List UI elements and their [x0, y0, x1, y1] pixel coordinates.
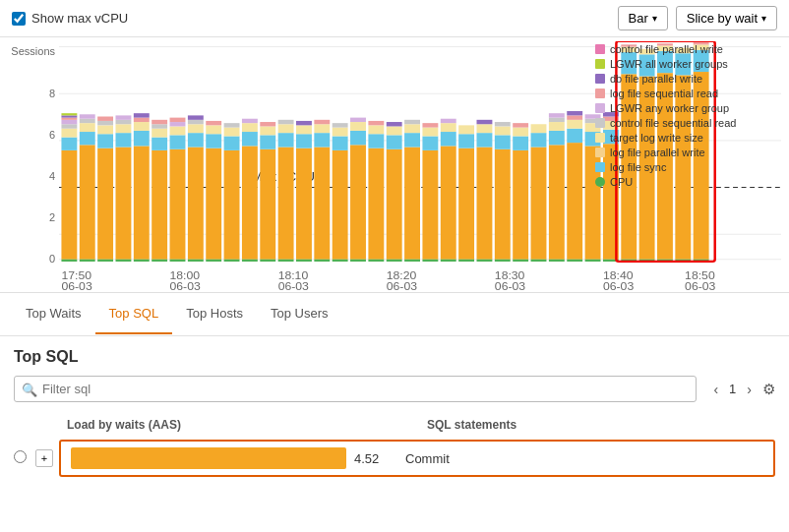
legend-item: log file sequential read	[595, 88, 777, 99]
table-header: Load by waits (AAS) SQL statements	[14, 414, 775, 436]
svg-rect-59	[206, 134, 221, 148]
chevron-down-icon: ▾	[761, 13, 766, 24]
bar-value: 4.52	[354, 451, 379, 466]
svg-rect-60	[206, 125, 221, 134]
table-row: + 4.52 Commit	[14, 440, 775, 477]
svg-rect-156	[549, 260, 565, 262]
tab-top-sql[interactable]: Top SQL	[95, 294, 173, 334]
svg-rect-142	[513, 150, 528, 260]
svg-rect-112	[387, 260, 402, 262]
legend-item: control file sequential read	[595, 117, 777, 129]
svg-rect-120	[422, 128, 438, 137]
legend-color	[595, 44, 605, 54]
chart-controls: Bar ▾ Slice by wait ▾	[618, 6, 777, 30]
svg-rect-95	[333, 128, 348, 137]
svg-rect-65	[224, 128, 240, 137]
legend-item: target log write size	[595, 132, 777, 144]
legend-label: control file parallel write	[610, 43, 723, 55]
chart-area: Sessions 8 6 4 2 0 Max vCPU: 2	[0, 37, 789, 293]
svg-rect-139	[495, 126, 511, 135]
chart-type-select[interactable]: Bar ▾	[618, 6, 668, 30]
svg-rect-110	[387, 126, 402, 135]
svg-rect-130	[458, 125, 474, 134]
svg-rect-133	[476, 133, 492, 147]
tab-top-users[interactable]: Top Users	[257, 294, 342, 334]
top-sql-section: Top SQL 🔍 ‹ 1 › ⚙ Load by waits (AAS) SQ…	[0, 336, 789, 489]
svg-rect-99	[350, 131, 366, 145]
svg-rect-11	[61, 120, 77, 124]
svg-rect-155	[549, 113, 565, 117]
svg-rect-7	[61, 150, 77, 260]
prev-page-button[interactable]: ‹	[708, 380, 723, 399]
svg-rect-26	[97, 117, 113, 121]
row-radio[interactable]	[14, 450, 27, 463]
svg-rect-158	[567, 129, 582, 143]
svg-rect-160	[567, 115, 582, 119]
sql-data-row[interactable]: 4.52 Commit	[59, 440, 775, 477]
svg-text:06-03: 06-03	[278, 279, 309, 291]
svg-rect-90	[314, 124, 330, 133]
svg-rect-44	[152, 120, 167, 124]
legend-label: LGWR all worker groups	[610, 58, 728, 70]
bar-container: 4.52	[71, 447, 386, 469]
svg-rect-48	[170, 126, 186, 135]
y-label-8: 8	[49, 88, 55, 99]
filter-sql-input[interactable]	[14, 376, 697, 402]
tab-top-waits[interactable]: Top Waits	[12, 294, 95, 334]
svg-rect-152	[549, 131, 565, 145]
settings-icon[interactable]: ⚙	[762, 381, 775, 398]
svg-rect-83	[296, 148, 312, 260]
svg-rect-81	[278, 120, 294, 124]
svg-rect-89	[314, 133, 330, 147]
legend-item: log file sync	[595, 161, 777, 173]
svg-rect-123	[441, 146, 456, 259]
svg-rect-15	[61, 260, 77, 262]
svg-rect-102	[350, 260, 366, 262]
svg-text:06-03: 06-03	[170, 279, 201, 291]
svg-rect-49	[170, 122, 186, 126]
svg-rect-30	[115, 124, 131, 133]
svg-rect-146	[513, 260, 528, 262]
svg-rect-137	[495, 149, 511, 260]
legend-label: CPU	[610, 176, 633, 188]
expand-button[interactable]: +	[35, 449, 53, 467]
svg-rect-135	[476, 120, 492, 124]
svg-text:06-03: 06-03	[387, 279, 417, 291]
svg-rect-64	[224, 136, 240, 149]
svg-rect-63	[224, 150, 240, 260]
svg-rect-22	[97, 148, 113, 260]
tab-top-hosts[interactable]: Top Hosts	[172, 294, 257, 334]
svg-rect-67	[224, 260, 240, 262]
svg-rect-53	[188, 133, 204, 147]
svg-rect-13	[61, 115, 77, 117]
y-axis: Sessions 8 6 4 2 0	[8, 41, 59, 292]
expand-col: +	[35, 449, 59, 467]
svg-rect-161	[567, 111, 582, 115]
row-radio-col	[14, 450, 35, 466]
y-label-0: 0	[49, 253, 55, 265]
svg-rect-29	[115, 133, 131, 147]
y-label-6: 6	[49, 129, 55, 141]
svg-rect-162	[567, 260, 582, 262]
svg-rect-18	[80, 123, 95, 132]
svg-rect-32	[115, 115, 131, 119]
svg-rect-68	[242, 146, 258, 259]
svg-rect-97	[333, 260, 348, 262]
svg-rect-148	[531, 133, 547, 147]
svg-rect-131	[458, 260, 474, 262]
svg-rect-129	[458, 134, 474, 148]
svg-rect-100	[350, 122, 366, 131]
legend-label: log file sequential read	[610, 88, 718, 99]
next-page-button[interactable]: ›	[742, 380, 757, 399]
svg-rect-153	[549, 122, 565, 131]
slice-by-select[interactable]: Slice by wait ▾	[676, 6, 777, 30]
svg-rect-73	[260, 149, 275, 260]
svg-rect-33	[115, 260, 131, 262]
svg-rect-19	[80, 119, 95, 123]
legend-color	[595, 103, 605, 113]
svg-rect-46	[170, 149, 186, 260]
show-max-vcpu-checkbox[interactable]	[12, 12, 26, 26]
legend-item: log file parallel write	[595, 147, 777, 158]
show-max-vcpu-control[interactable]: Show max vCPU	[12, 11, 128, 26]
legend-item: control file parallel write	[595, 43, 777, 55]
